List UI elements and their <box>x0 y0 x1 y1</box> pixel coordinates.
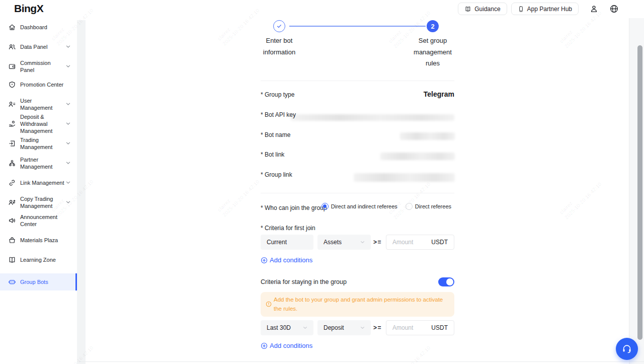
step-2-label: Set group management rules <box>409 35 457 69</box>
staying-amount-box: USDT <box>386 320 454 335</box>
chevron-down-icon <box>66 161 70 165</box>
sidebar-item-commission-panel[interactable]: Commission Panel <box>0 62 77 70</box>
sidebar-item-group-bots[interactable]: Group Bots <box>0 273 77 290</box>
account-button[interactable] <box>589 4 599 14</box>
chevron-down-icon <box>66 141 70 145</box>
top-header: BingX Guidance App Partner Hub <box>0 0 644 18</box>
staying-add-conditions-button[interactable]: Add conditions <box>261 342 312 349</box>
doc-arrow-icon <box>8 139 16 148</box>
chevron-down-icon <box>66 181 70 184</box>
sidebar-item-deposit-withdrawal-management[interactable]: Deposit & Withdrawal Management <box>0 113 77 135</box>
add-conditions-label: Add conditions <box>270 256 312 264</box>
staying-currency: USDT <box>431 324 448 331</box>
check-icon <box>276 23 282 29</box>
app-partner-hub-label: App Partner Hub <box>527 6 572 13</box>
book-icon <box>8 256 16 264</box>
first-join-criteria-label: * Criteria for first join <box>261 225 315 232</box>
range-select-value: Current <box>267 239 287 246</box>
sidebar-item-partner-management[interactable]: Partner Management <box>0 156 77 171</box>
app-partner-hub-button[interactable]: App Partner Hub <box>511 3 579 15</box>
first-join-currency: USDT <box>431 239 448 246</box>
robot-icon <box>8 278 16 286</box>
bingx-logo: BingX <box>14 3 43 15</box>
sidebar-item-dashboard[interactable]: Dashboard <box>0 23 77 31</box>
staying-criteria-toggle[interactable] <box>438 277 454 286</box>
step-1-indicator <box>273 20 285 32</box>
globe-icon <box>609 4 619 14</box>
radio-label: Direct referees <box>415 203 451 209</box>
divider <box>261 81 454 81</box>
sidebar-item-announcement-center[interactable]: Announcement Center <box>0 213 77 228</box>
header-actions: Guidance App Partner Hub <box>458 3 619 15</box>
plus-circle-icon <box>261 342 268 349</box>
person-icon <box>589 4 599 14</box>
bot-link-label: * Bot link <box>261 151 284 158</box>
chevron-down-icon <box>66 45 70 48</box>
bot-link-redacted-value <box>380 153 455 160</box>
sidebar-scroll-gutter[interactable] <box>77 20 86 364</box>
sidebar-item-label: Trading Management <box>20 136 65 151</box>
link-icon <box>8 179 16 187</box>
first-join-range-select[interactable]: Current <box>261 235 313 250</box>
sidebar-item-label: Deposit & Withdrawal Management <box>20 113 65 134</box>
bot-name-label: * Bot name <box>261 131 290 138</box>
staying-amount-input[interactable] <box>392 324 428 331</box>
staying-metric-select[interactable]: Deposit <box>317 320 371 335</box>
sidebar-item-trading-management[interactable]: Trading Management <box>0 136 77 151</box>
sidebar-item-label: Link Management <box>20 179 65 186</box>
sidebar-item-label: Partner Management <box>20 156 65 170</box>
chevron-down-icon <box>66 200 70 204</box>
sidebar-item-label: Copy Trading Management <box>20 195 65 209</box>
first-join-operator: >= <box>373 239 382 246</box>
basket-icon <box>8 236 16 244</box>
staying-operator: >= <box>373 324 382 331</box>
staying-warning-text: Add the bot to your group and grant admi… <box>274 296 450 313</box>
radio-selected-icon[interactable] <box>321 203 329 210</box>
radio-direct-and-indirect-referees[interactable]: Direct and indirect referees <box>321 203 397 210</box>
users-icon <box>8 43 16 51</box>
divider <box>261 193 454 193</box>
sidebar-item-learning-zone[interactable]: Learning Zone <box>0 256 77 264</box>
sidebar-item-user-management[interactable]: User Management <box>0 100 77 108</box>
active-indicator <box>75 273 77 290</box>
radio-direct-referees[interactable]: Direct referees <box>406 203 451 210</box>
sidebar-item-label: Data Panel <box>20 43 65 50</box>
staying-range-select[interactable]: Last 30D <box>261 320 313 335</box>
sidebar-item-copy-trading-management[interactable]: Copy Trading Management <box>0 195 77 210</box>
add-conditions-label: Add conditions <box>270 342 312 349</box>
page-scrollbar-track[interactable] <box>629 18 644 364</box>
sidebar-item-label: Commission Panel <box>20 59 65 74</box>
chevron-down-icon <box>66 102 70 106</box>
watermark: clairez2025-10-20 16:42:10 <box>216 173 261 218</box>
guide-book-icon <box>464 6 471 13</box>
sidebar-item-materials-plaza[interactable]: Materials Plaza <box>0 236 77 244</box>
radio-label: Direct and indirect referees <box>331 203 397 209</box>
first-join-amount-input[interactable] <box>392 239 428 246</box>
sidebar-item-link-management[interactable]: Link Management <box>0 179 77 187</box>
guidance-label: Guidance <box>474 6 500 13</box>
metric-select-value: Assets <box>324 239 342 246</box>
first-join-add-conditions-button[interactable]: Add conditions <box>261 256 312 264</box>
group-link-label: * Group link <box>261 171 292 178</box>
guidance-button[interactable]: Guidance <box>458 3 507 15</box>
sidebar-item-promotion-center[interactable]: Promotion Center <box>0 81 77 89</box>
first-join-metric-select[interactable]: Assets <box>317 235 371 250</box>
sidebar: Dashboard Data Panel Commission Panel Pr… <box>0 18 77 364</box>
main-content: 2 Enter bot information Set group manage… <box>261 18 454 364</box>
hand-coin-icon <box>8 120 16 128</box>
page-scrollbar-thumb[interactable] <box>637 45 642 340</box>
bot-name-redacted-value <box>400 132 455 140</box>
sidebar-item-data-panel[interactable]: Data Panel <box>0 43 77 51</box>
home-icon <box>8 23 16 31</box>
shield-icon <box>8 81 16 89</box>
user-list-icon <box>8 100 16 108</box>
who-can-join-options: Direct and indirect referees Direct refe… <box>321 203 451 210</box>
sidebar-item-label: Learning Zone <box>20 256 65 263</box>
who-can-join-label: * Who can join the group <box>261 204 327 211</box>
chevron-down-icon <box>66 64 70 68</box>
support-fab-button[interactable] <box>616 338 638 360</box>
chevron-down-icon <box>66 122 70 125</box>
bot-api-key-redacted-value <box>291 114 454 121</box>
radio-unselected-icon[interactable] <box>406 203 413 210</box>
language-button[interactable] <box>609 4 619 14</box>
